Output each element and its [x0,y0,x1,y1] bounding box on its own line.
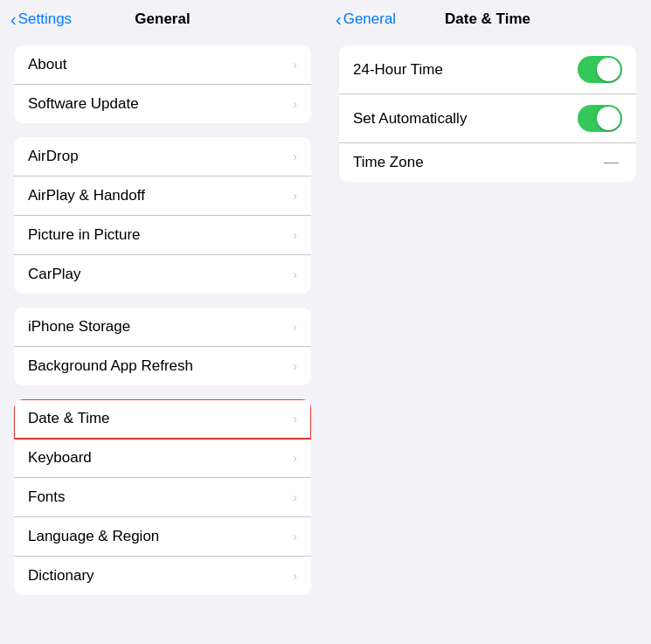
chevron-right-icon: › [293,58,297,72]
toggle-knob-24-hour-time [597,58,620,81]
toggle-set-automatically[interactable] [578,105,622,132]
chevron-right-icon: › [293,228,297,242]
row-fonts[interactable]: Fonts› [14,478,311,517]
toggle-24-hour-time[interactable] [578,56,622,83]
row-iphone-storage[interactable]: iPhone Storage› [14,308,311,347]
right-panel: ‹ General Date & Time 24-Hour TimeSet Au… [325,0,650,644]
chevron-right-icon: › [293,359,297,373]
right-section-r-section1: 24-Hour TimeSet AutomaticallyTime Zone— [339,45,636,182]
chevron-right-icon: › [293,320,297,334]
row-background-app-refresh[interactable]: Background App Refresh› [14,347,311,385]
label-fonts: Fonts [28,488,287,506]
toggle-knob-set-automatically [597,107,620,130]
back-chevron-icon: ‹ [10,10,17,28]
label-language-region: Language & Region [28,528,287,545]
right-nav-back[interactable]: ‹ General [336,10,396,28]
label-about: About [28,56,287,73]
row-language-region[interactable]: Language & Region› [14,517,311,557]
chevron-right-icon: › [293,97,297,111]
chevron-right-icon: › [293,451,297,465]
section-section1: About›Software Update› [14,45,311,123]
row-carplay[interactable]: CarPlay› [14,255,311,294]
row-date-time[interactable]: Date & Time› [14,399,311,439]
label-airdrop: AirDrop [28,148,287,165]
label-carplay: CarPlay [28,266,287,283]
label-airplay-handoff: AirPlay & Handoff [28,187,287,204]
row-airdrop[interactable]: AirDrop› [14,137,311,177]
right-back-chevron-icon: ‹ [336,10,342,28]
right-row-set-automatically[interactable]: Set Automatically [339,94,636,143]
right-nav-bar: ‹ General Date & Time [325,0,650,38]
label-dictionary: Dictionary [28,567,287,585]
right-content: 24-Hour TimeSet AutomaticallyTime Zone— [325,38,650,644]
left-nav-back-label[interactable]: Settings [18,10,72,28]
chevron-right-icon: › [293,490,297,504]
chevron-right-icon: › [293,149,297,163]
row-picture-in-picture[interactable]: Picture in Picture› [14,216,311,255]
right-label-time-zone: Time Zone [353,154,604,171]
chevron-right-icon: › [293,412,297,426]
section-section4: Date & Time›Keyboard›Fonts›Language & Re… [14,399,311,595]
right-row-24-hour-time[interactable]: 24-Hour Time [339,45,636,94]
row-about[interactable]: About› [14,45,311,85]
section-section3: iPhone Storage›Background App Refresh› [14,308,311,385]
label-iphone-storage: iPhone Storage [28,318,287,336]
section-section2: AirDrop›AirPlay & Handoff›Picture in Pic… [14,137,311,294]
label-software-update: Software Update [28,95,287,113]
left-nav-back[interactable]: ‹ Settings [10,10,72,28]
label-picture-in-picture: Picture in Picture [28,226,287,244]
left-nav-bar: ‹ Settings General [0,0,325,38]
label-date-time: Date & Time [28,410,287,427]
row-dictionary[interactable]: Dictionary› [14,557,311,595]
value-time-zone: — [604,154,619,171]
chevron-right-icon: › [293,267,297,281]
chevron-right-icon: › [293,530,297,544]
right-label-24-hour-time: 24-Hour Time [353,61,578,79]
left-panel: ‹ Settings General About›Software Update… [0,0,325,644]
row-software-update[interactable]: Software Update› [14,85,311,123]
left-content: About›Software Update›AirDrop›AirPlay & … [0,38,325,644]
left-nav-title: General [135,10,190,28]
right-nav-title: Date & Time [445,10,530,28]
right-label-set-automatically: Set Automatically [353,110,578,128]
right-row-time-zone[interactable]: Time Zone— [339,143,636,182]
label-keyboard: Keyboard [28,449,287,467]
chevron-right-icon: › [293,569,297,583]
chevron-right-icon: › [293,189,297,203]
row-keyboard[interactable]: Keyboard› [14,439,311,478]
right-nav-back-label[interactable]: General [343,10,396,28]
label-background-app-refresh: Background App Refresh [28,357,287,375]
row-airplay-handoff[interactable]: AirPlay & Handoff› [14,177,311,216]
